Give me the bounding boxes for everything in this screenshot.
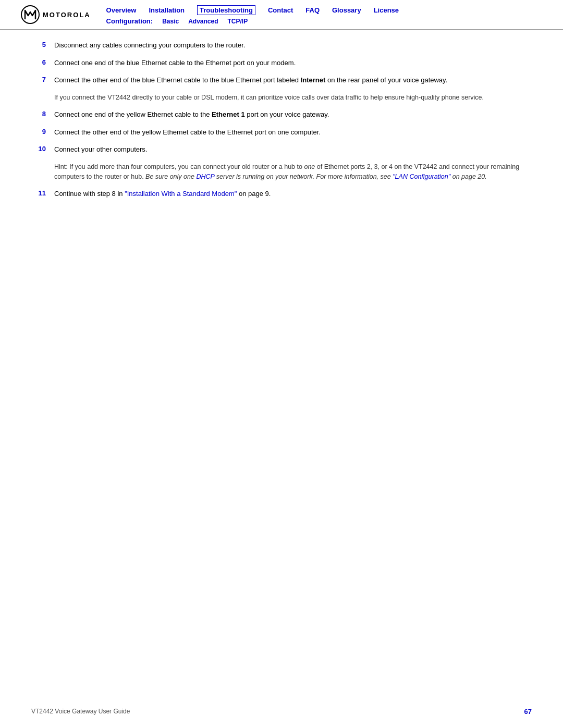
step-10-hint: Hint: If you add more than four computer… <box>54 162 532 182</box>
footer-title: VT2442 Voice Gateway User Guide <box>31 708 130 715</box>
navigation: Overview Installation Troubleshooting Co… <box>106 5 542 28</box>
step-7: 7 Connect the other end of the blue Ethe… <box>31 75 532 85</box>
page-footer: VT2442 Voice Gateway User Guide 67 <box>0 708 563 715</box>
step-6-text: Connect one end of the blue Ethernet cab… <box>54 58 532 68</box>
nav-row-primary: Overview Installation Troubleshooting Co… <box>106 5 542 17</box>
motorola-brand-text: MOTOROLA <box>43 11 91 19</box>
step-5-number: 5 <box>31 40 46 48</box>
step-8-text: Connect one end of the yellow Ethernet c… <box>54 109 532 120</box>
installation-standard-modem-link[interactable]: "Installation With a Standard Modem" <box>125 190 237 198</box>
step-5: 5 Disconnect any cables connecting your … <box>31 40 532 51</box>
lan-config-link[interactable]: "LAN Configuration" <box>393 173 450 180</box>
nav-troubleshooting[interactable]: Troubleshooting <box>197 5 255 15</box>
nav-overview[interactable]: Overview <box>106 6 137 14</box>
step-5-text: Disconnect any cables connecting your co… <box>54 40 532 51</box>
step-8-number: 8 <box>31 109 46 118</box>
step-11-number: 11 <box>31 189 46 197</box>
step-9-number: 9 <box>31 127 46 135</box>
svg-point-0 <box>21 6 39 23</box>
page-header: MOTOROLA Overview Installation Troublesh… <box>0 0 563 30</box>
configuration-label: Configuration: <box>106 17 153 25</box>
step-6: 6 Connect one end of the blue Ethernet c… <box>31 58 532 68</box>
nav-advanced[interactable]: Advanced <box>188 18 218 25</box>
step-11-text: Continue with step 8 in "Installation Wi… <box>54 189 532 199</box>
step-7-number: 7 <box>31 75 46 83</box>
dhcp-link[interactable]: DHCP <box>196 173 214 180</box>
step-10-text: Connect your other computers. <box>54 144 532 155</box>
nav-license[interactable]: License <box>374 6 399 14</box>
nav-faq[interactable]: FAQ <box>305 6 320 14</box>
nav-installation[interactable]: Installation <box>149 6 185 14</box>
step-8: 8 Connect one end of the yellow Ethernet… <box>31 109 532 120</box>
nav-contact[interactable]: Contact <box>268 6 293 14</box>
nav-glossary[interactable]: Glossary <box>332 6 361 14</box>
motorola-m-icon <box>21 5 40 24</box>
nav-row-secondary: Configuration: Basic Advanced TCP/IP <box>106 17 542 28</box>
step-11: 11 Continue with step 8 in "Installation… <box>31 189 532 199</box>
step-7-text: Connect the other end of the blue Ethern… <box>54 75 532 85</box>
step-6-number: 6 <box>31 58 46 66</box>
step-7-note: If you connect the VT2442 directly to yo… <box>54 93 532 103</box>
logo-area: MOTOROLA <box>21 5 91 29</box>
main-content: 5 Disconnect any cables connecting your … <box>0 30 563 227</box>
step-9-text: Connect the other end of the yellow Ethe… <box>54 127 532 138</box>
nav-basic[interactable]: Basic <box>162 18 179 25</box>
nav-tcpip[interactable]: TCP/IP <box>228 18 248 25</box>
page-number: 67 <box>524 708 532 715</box>
step-10: 10 Connect your other computers. <box>31 144 532 155</box>
step-9: 9 Connect the other end of the yellow Et… <box>31 127 532 138</box>
step-10-number: 10 <box>31 144 46 153</box>
